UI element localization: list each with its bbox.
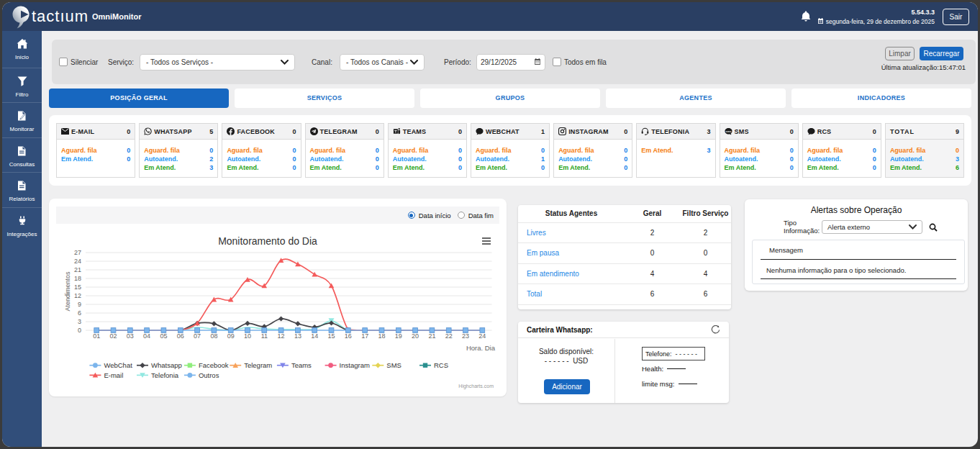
svg-text:Monitoramento do Dia: Monitoramento do Dia (218, 235, 317, 247)
svg-text:22: 22 (445, 332, 453, 340)
svg-text:WebChat: WebChat (104, 361, 132, 369)
svg-text:Telefonia: Telefonia (151, 371, 179, 379)
svg-text:12: 12 (278, 332, 285, 340)
svg-text:19: 19 (395, 332, 402, 340)
svg-text:01: 01 (93, 332, 100, 340)
svg-text:24: 24 (74, 258, 81, 265)
svg-text:04: 04 (143, 332, 150, 340)
svg-text:Instagram: Instagram (340, 361, 370, 369)
svg-text:SMS: SMS (386, 361, 401, 369)
svg-text:9: 9 (78, 301, 81, 308)
svg-text:15: 15 (327, 332, 335, 340)
svg-text:07: 07 (194, 332, 201, 340)
svg-text:Atendimentos: Atendimentos (64, 271, 71, 312)
svg-text:14: 14 (311, 332, 318, 340)
svg-text:24: 24 (478, 332, 486, 340)
svg-text:Whatsapp: Whatsapp (151, 361, 182, 369)
svg-text:3: 3 (78, 318, 81, 325)
svg-text:13: 13 (294, 332, 301, 340)
svg-text:10: 10 (244, 332, 251, 340)
svg-text:23: 23 (462, 332, 469, 340)
svg-text:05: 05 (160, 332, 167, 340)
svg-text:6: 6 (78, 309, 81, 317)
svg-text:03: 03 (127, 332, 134, 340)
svg-text:E-mail: E-mail (104, 371, 123, 379)
svg-text:18: 18 (74, 275, 81, 282)
svg-text:Facebook: Facebook (199, 361, 229, 369)
svg-text:16: 16 (345, 332, 352, 340)
svg-text:17: 17 (361, 332, 368, 340)
svg-text:21: 21 (74, 266, 81, 273)
svg-text:09: 09 (227, 332, 235, 340)
svg-text:02: 02 (109, 332, 117, 340)
svg-text:Highcharts.com: Highcharts.com (458, 384, 494, 389)
svg-text:11: 11 (261, 332, 268, 340)
svg-text:06: 06 (177, 332, 184, 340)
svg-text:Outros: Outros (199, 371, 219, 379)
svg-text:Teams: Teams (291, 361, 312, 369)
svg-text:Telegram: Telegram (244, 361, 272, 369)
svg-text:Hora. Dia: Hora. Dia (466, 344, 496, 352)
svg-text:RCS: RCS (434, 361, 448, 369)
svg-text:21: 21 (428, 332, 435, 340)
svg-text:27: 27 (74, 249, 81, 256)
svg-text:12: 12 (74, 292, 81, 299)
svg-text:0: 0 (78, 327, 81, 334)
svg-text:20: 20 (412, 332, 419, 340)
svg-text:18: 18 (378, 332, 385, 340)
svg-text:08: 08 (210, 332, 217, 340)
svg-text:sms: sms (725, 130, 731, 133)
svg-text:15: 15 (74, 284, 81, 291)
